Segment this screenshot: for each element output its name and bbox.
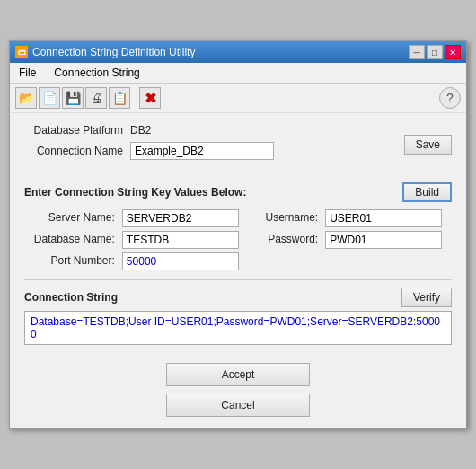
top-fields: Database Platform DB2 Connection Name xyxy=(24,124,395,165)
divider-2 xyxy=(24,279,452,280)
minimize-button[interactable]: ─ xyxy=(409,45,425,59)
password-label: Password: xyxy=(256,231,319,249)
database-name-input[interactable] xyxy=(122,231,239,249)
toolbar: 📂 📄 💾 🖨 📋 ✖ ? xyxy=(10,84,466,113)
help-button[interactable]: ? xyxy=(439,87,461,109)
menu-file[interactable]: File xyxy=(13,65,41,81)
menu-bar: File Connection String xyxy=(10,63,466,84)
title-bar-left: 🗃 Connection String Definition Utility xyxy=(15,46,195,58)
verify-button[interactable]: Verify xyxy=(401,288,452,307)
action-buttons: Accept Cancel xyxy=(24,363,452,417)
cancel-button[interactable]: Cancel xyxy=(166,394,310,417)
username-input[interactable] xyxy=(325,209,442,227)
divider-1 xyxy=(24,173,452,173)
maximize-button[interactable]: □ xyxy=(427,45,443,59)
connection-string-section: Connection String Verify Database=TESTDB… xyxy=(24,288,452,345)
toolbar-right: ? xyxy=(439,87,461,109)
build-button[interactable]: Build xyxy=(402,182,452,202)
connection-name-field-row: Connection Name xyxy=(24,142,395,160)
section-header: Enter Connection String Key Values Below… xyxy=(24,182,452,202)
connection-string-value: Database=TESTDB;User ID=USER01;Password=… xyxy=(24,311,452,345)
new-button[interactable]: 📄 xyxy=(39,87,60,109)
database-platform-label: Database Platform xyxy=(24,124,123,137)
server-name-input[interactable] xyxy=(122,209,239,227)
database-platform-value: DB2 xyxy=(130,124,151,137)
password-input[interactable] xyxy=(325,231,442,249)
save-toolbar-button[interactable]: 💾 xyxy=(62,87,84,109)
delete-button[interactable]: ✖ xyxy=(139,87,161,109)
connection-name-input[interactable] xyxy=(130,142,274,160)
main-window: 🗃 Connection String Definition Utility ─… xyxy=(9,40,467,429)
section-title: Enter Connection String Key Values Below… xyxy=(24,186,246,199)
database-platform-row: Database Platform DB2 Connection Name Sa… xyxy=(24,124,452,165)
top-save: Save xyxy=(404,135,452,155)
empty-label xyxy=(256,252,319,270)
database-name-label: Database Name: xyxy=(24,231,115,249)
port-number-input[interactable] xyxy=(122,252,239,270)
menu-connection-string[interactable]: Connection String xyxy=(48,65,145,81)
connection-string-header: Connection String Verify xyxy=(24,288,452,307)
fields-grid: Server Name: Username: Database Name: Pa… xyxy=(24,209,452,270)
content-area: Database Platform DB2 Connection Name Sa… xyxy=(10,113,466,428)
title-bar-buttons: ─ □ ✕ xyxy=(409,45,461,59)
window-icon: 🗃 xyxy=(15,46,28,58)
window-title: Connection String Definition Utility xyxy=(32,46,195,58)
accept-button[interactable]: Accept xyxy=(166,363,310,386)
copy-button[interactable]: 📋 xyxy=(109,87,130,109)
database-platform-field-row: Database Platform DB2 xyxy=(24,124,395,137)
print-button[interactable]: 🖨 xyxy=(85,87,107,109)
connection-name-label: Connection Name xyxy=(24,145,123,157)
close-button[interactable]: ✕ xyxy=(445,45,461,59)
title-bar: 🗃 Connection String Definition Utility ─… xyxy=(10,41,466,63)
open-button[interactable]: 📂 xyxy=(15,87,37,109)
port-number-label: Port Number: xyxy=(24,252,115,270)
server-name-label: Server Name: xyxy=(24,209,115,227)
empty-field xyxy=(325,252,452,270)
save-button[interactable]: Save xyxy=(404,135,452,155)
connection-string-label: Connection String xyxy=(24,291,118,304)
username-label: Username: xyxy=(256,209,319,227)
